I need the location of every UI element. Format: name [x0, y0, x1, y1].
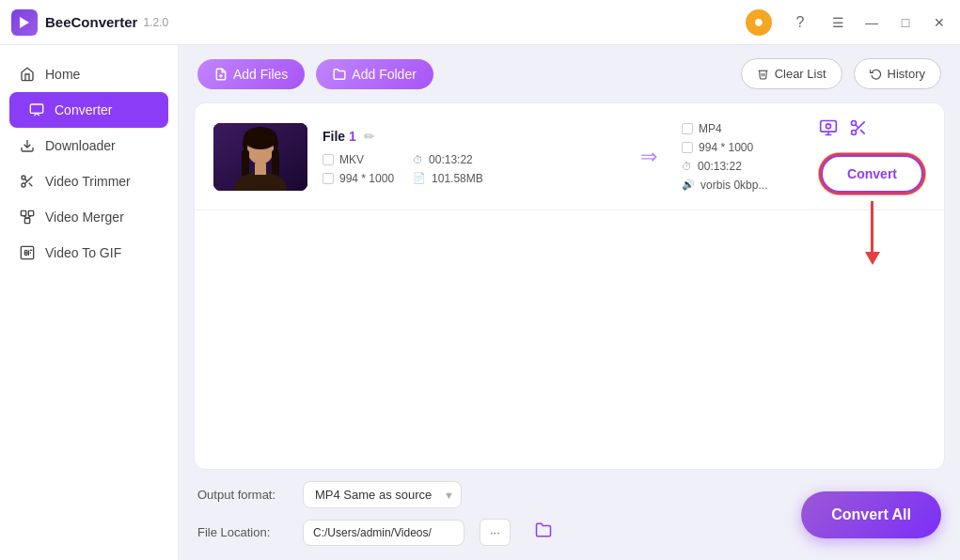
- arrow-shaft: [871, 201, 873, 253]
- svg-point-23: [244, 127, 277, 149]
- file-name-row: File 1 ✏: [323, 129, 616, 144]
- converter-icon: [28, 101, 45, 118]
- source-format-row: MKV: [323, 153, 394, 166]
- file-options-icon[interactable]: [819, 118, 838, 142]
- svg-point-4: [22, 183, 25, 187]
- convert-single-button[interactable]: Convert: [821, 155, 923, 193]
- home-icon: [19, 66, 36, 83]
- menu-icon[interactable]: ☰: [828, 13, 847, 32]
- svg-rect-9: [28, 210, 33, 215]
- trim-icon[interactable]: [849, 118, 868, 142]
- source-duration-row: ⏱ 00:13:22: [413, 153, 483, 166]
- sidebar-item-downloader[interactable]: Downloader: [0, 128, 178, 163]
- file-info: File 1 ✏ MKV 99: [323, 129, 616, 185]
- convert-arrow: ⇒: [631, 145, 667, 169]
- browse-button[interactable]: ···: [480, 519, 511, 546]
- bottom-bar: Output format: MP4 Same as source ▼ File…: [179, 470, 960, 560]
- output-audio: vorbis 0kbp...: [700, 179, 767, 192]
- svg-rect-24: [242, 149, 249, 178]
- sidebar-item-video-to-gif[interactable]: Video To GIF: [0, 235, 178, 271]
- output-format-row: MP4: [682, 122, 804, 135]
- arrow-right-icon: ⇒: [640, 145, 657, 169]
- source-duration: 00:13:22: [429, 153, 473, 166]
- maximize-button[interactable]: □: [896, 13, 915, 32]
- edit-icon[interactable]: ✏: [364, 129, 375, 144]
- svg-point-31: [826, 124, 831, 129]
- add-files-label: Add Files: [233, 67, 288, 82]
- convert-all-button[interactable]: Convert All: [801, 491, 941, 538]
- format-select-wrapper: MP4 Same as source ▼: [303, 481, 462, 508]
- format-setting-row: Output format: MP4 Same as source ▼: [197, 481, 782, 508]
- svg-rect-27: [255, 163, 266, 175]
- svg-marker-0: [20, 17, 29, 28]
- source-time-meta: ⏱ 00:13:22 📄 101.58MB: [413, 153, 483, 185]
- history-button[interactable]: History: [854, 58, 941, 89]
- file-actions: Convert: [819, 118, 925, 194]
- format-select[interactable]: MP4 Same as source: [303, 481, 462, 508]
- source-format: MKV: [339, 153, 364, 166]
- open-folder-button[interactable]: [526, 516, 561, 549]
- output-settings: Output format: MP4 Same as source ▼ File…: [197, 481, 782, 549]
- file-location-input[interactable]: [303, 520, 464, 546]
- output-audio-row: 🔊 vorbis 0kbp...: [682, 179, 804, 192]
- svg-line-35: [860, 130, 865, 134]
- source-size: 101.58MB: [432, 172, 483, 185]
- scissors-icon: [19, 173, 36, 190]
- app-logo: [11, 9, 38, 36]
- file-thumbnail: [213, 123, 307, 191]
- source-resolution-row: 994 * 1000: [323, 172, 394, 185]
- sidebar-label-converter: Converter: [55, 102, 112, 117]
- sidebar-item-converter[interactable]: Converter: [9, 92, 168, 128]
- thumbnail-image: [213, 123, 307, 191]
- history-label: History: [888, 67, 925, 81]
- sidebar-item-video-trimmer[interactable]: Video Trimmer: [0, 163, 178, 199]
- output-duration: 00:13:22: [698, 160, 742, 173]
- arrow-tip: [865, 252, 880, 265]
- toolbar: Add Files Add Folder Clear List: [179, 45, 960, 102]
- add-folder-button[interactable]: Add Folder: [316, 59, 433, 89]
- sidebar-label-home: Home: [45, 67, 80, 82]
- output-clock-icon: ⏱: [682, 161, 692, 172]
- output-info: MP4 994 * 1000 ⏱ 00:13:22 🔊 vorbis 0kbp.…: [682, 122, 804, 192]
- size-icon: 📄: [413, 172, 426, 184]
- svg-point-3: [22, 176, 25, 179]
- svg-rect-28: [821, 121, 837, 132]
- sidebar-label-video-trimmer: Video Trimmer: [45, 174, 131, 189]
- help-icon[interactable]: ?: [787, 9, 813, 36]
- file-name: File 1: [323, 129, 356, 144]
- table-row: File 1 ✏ MKV 99: [195, 103, 944, 210]
- svg-line-7: [24, 179, 27, 181]
- minimize-button[interactable]: —: [862, 13, 881, 32]
- output-resolution-checkbox: [682, 142, 693, 153]
- file-list: File 1 ✏ MKV 99: [194, 102, 945, 470]
- download-icon: [19, 137, 36, 154]
- audio-icon: 🔊: [682, 179, 695, 191]
- file-location-label: File Location:: [197, 525, 291, 539]
- svg-point-32: [852, 121, 857, 126]
- output-format-checkbox: [682, 123, 693, 134]
- svg-rect-10: [24, 218, 29, 223]
- source-size-row: 📄 101.58MB: [413, 172, 483, 185]
- gif-icon: [19, 244, 36, 261]
- profile-icon[interactable]: ●: [746, 9, 772, 36]
- add-files-button[interactable]: Add Files: [197, 59, 305, 89]
- window-controls: ● ? ☰ — □ ✕: [746, 9, 949, 36]
- output-resolution: 994 * 1000: [699, 141, 753, 154]
- sidebar-item-video-merger[interactable]: Video Merger: [0, 199, 178, 235]
- file-action-icons: [819, 118, 868, 142]
- merge-icon: [19, 209, 36, 226]
- convert-button-border: Convert: [819, 153, 925, 194]
- clear-list-label: Clear List: [775, 67, 826, 81]
- sidebar-label-downloader: Downloader: [45, 138, 116, 153]
- content-area: Add Files Add Folder Clear List: [179, 45, 960, 560]
- close-button[interactable]: ✕: [930, 13, 949, 32]
- resolution-checkbox: [323, 173, 334, 184]
- clear-list-button[interactable]: Clear List: [741, 58, 842, 89]
- svg-rect-1: [30, 104, 42, 113]
- file-name-num: 1: [349, 129, 356, 144]
- add-folder-label: Add Folder: [352, 67, 416, 82]
- file-meta: MKV 994 * 1000 ⏱ 00:13:22: [323, 153, 616, 185]
- sidebar-label-video-merger: Video Merger: [45, 210, 124, 225]
- sidebar-item-home[interactable]: Home: [0, 56, 178, 92]
- format-checkbox: [323, 154, 334, 165]
